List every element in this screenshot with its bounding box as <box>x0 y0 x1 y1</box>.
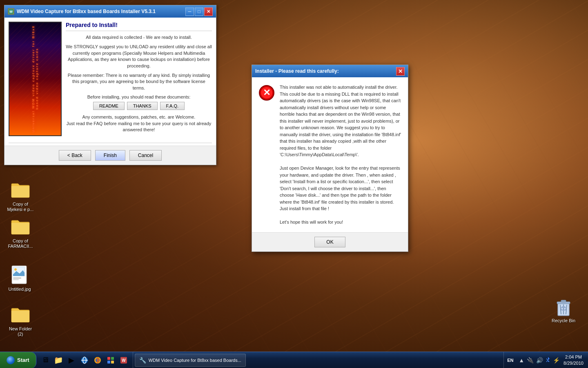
folder-icon <box>11 180 30 200</box>
start-orb <box>7 356 15 364</box>
quick-launch-ie[interactable] <box>79 355 90 366</box>
quick-launch-media[interactable]: ▶ <box>66 355 77 366</box>
taskbar-installer-item[interactable]: 🔧 WDM Video Capture for Bt8xx based Boar… <box>135 354 246 367</box>
svg-point-2 <box>14 268 17 271</box>
svg-rect-3 <box>13 278 21 278</box>
installer-docs-label: Before installing, you should read these… <box>66 94 212 99</box>
alert-message-p3: Let's hope this will work for you! <box>280 220 343 224</box>
installer-para2: We STRONGLY suggest you to UNLOAD any re… <box>66 44 212 69</box>
svg-rect-21 <box>111 361 114 364</box>
error-icon: ✕ <box>258 85 275 101</box>
tray-lang: EN <box>507 358 516 363</box>
icon-label: Copy of Mjekesi e p... <box>7 201 35 213</box>
taskbar: Start 🖥 📁 ▶ W 🔧 WDM Video Capture for Bt… <box>0 352 588 368</box>
installer-image: Universal WDM video capture driver for B… <box>9 22 62 136</box>
tray-date: 8/29/2010 <box>562 360 585 366</box>
svg-line-25 <box>546 360 548 362</box>
icon-label: Untitled.jpg <box>7 286 31 292</box>
alert-dialog: Installer - Please read this carefully: … <box>252 65 408 252</box>
installer-para1: All data required is collected - We are … <box>66 34 212 40</box>
alert-message: This installer was not able to automatic… <box>280 84 401 226</box>
svg-rect-4 <box>13 279 19 280</box>
installer-content: Universal WDM video capture driver for B… <box>4 18 216 140</box>
alert-footer: OK <box>252 232 408 251</box>
alert-close-button[interactable]: ✕ <box>396 67 405 76</box>
installer-body: Universal WDM video capture driver for B… <box>4 18 216 165</box>
installer-separator <box>9 143 212 143</box>
quick-launch-firefox[interactable] <box>92 355 103 366</box>
taskbar-item-label: WDM Video Capture for Bt8xx based Boards… <box>149 358 241 363</box>
svg-text:✕: ✕ <box>263 88 270 98</box>
icon-label: New Folder (2) <box>8 326 33 337</box>
svg-rect-18 <box>107 357 110 360</box>
folder-icon <box>11 217 30 236</box>
tray-clock: 2:04 PM <box>562 354 585 360</box>
icon-label: Copy of FARMACII... <box>7 238 33 249</box>
alert-message-p1: This installer was not able to automatic… <box>280 85 401 157</box>
desktop-icon-copy-farmacii[interactable]: Copy of FARMACII... <box>4 217 37 249</box>
readme-button[interactable]: README <box>93 102 125 110</box>
installer-window: W WDM Video Capture for Bt8xx based Boar… <box>4 5 216 165</box>
back-button[interactable]: < Back <box>59 150 91 161</box>
quick-launch-app1[interactable] <box>105 355 116 366</box>
cancel-button[interactable]: Cancel <box>129 150 162 161</box>
alert-message-p2: Just open Device Manager, look for the e… <box>280 166 400 211</box>
maximize-button[interactable]: □ <box>195 7 203 16</box>
tray-time[interactable]: 2:04 PM 8/29/2010 <box>562 354 585 366</box>
start-button[interactable]: Start <box>0 352 36 368</box>
tray-power-icon[interactable]: ⚡ <box>553 357 560 364</box>
tray-speaker-icon[interactable]: 🔊 <box>536 357 543 364</box>
alert-title-text: Installer - Please read this carefully: <box>255 68 396 74</box>
installer-footer-text: Any comments, suggestions, patches, etc.… <box>66 114 212 133</box>
quick-launch-bar: 🖥 📁 ▶ W <box>36 352 133 368</box>
svg-rect-20 <box>107 361 110 364</box>
tray-network-icon[interactable]: 🔌 <box>527 357 534 364</box>
finish-button[interactable]: Finish <box>95 150 125 161</box>
taskbar-item-icon: 🔧 <box>139 357 146 364</box>
faq-button[interactable]: F.A.Q. <box>160 102 185 110</box>
desktop: Copy of Mjekesi e p... Copy of FARMACII.… <box>0 0 588 352</box>
folder-icon <box>11 305 30 324</box>
desktop-icon-new-folder[interactable]: New Folder (2) <box>4 305 37 337</box>
image-file-icon <box>10 265 29 285</box>
alert-body: ✕ This installer was not able to automat… <box>252 77 408 232</box>
close-button[interactable]: ✕ <box>204 7 213 16</box>
installer-heading: Prepared to Install! <box>66 22 212 31</box>
quick-launch-app2[interactable]: W <box>118 355 129 366</box>
taskbar-items: 🔧 WDM Video Capture for Bt8xx based Boar… <box>133 352 504 368</box>
svg-line-24 <box>546 359 548 360</box>
system-tray: EN ▲ 🔌 🔊 ⚡ 2:04 PM 8/29/2010 <box>503 352 588 368</box>
svg-text:W: W <box>122 358 126 363</box>
desktop-icon-copy-mjekesi[interactable]: Copy of Mjekesi e p... <box>4 180 37 213</box>
recycle-bin-svg <box>554 297 573 316</box>
installer-titlebar[interactable]: W WDM Video Capture for Bt8xx based Boar… <box>4 5 216 18</box>
tray-bluetooth-icon[interactable] <box>546 356 550 364</box>
thanks-button[interactable]: THANKS <box>127 102 158 110</box>
installer-doc-buttons: README THANKS F.A.Q. <box>66 102 212 110</box>
installer-title-text: WDM Video Capture for Bt8xx based Boards… <box>17 9 185 14</box>
quick-launch-desktop[interactable]: 🖥 <box>40 355 51 366</box>
recycle-bin-label: Recycle Bin <box>552 318 575 323</box>
alert-titlebar[interactable]: Installer - Please read this carefully: … <box>252 65 408 77</box>
installer-title-icon: W <box>8 8 14 15</box>
svg-text:W: W <box>9 10 13 13</box>
desktop-icon-untitled-jpg[interactable]: Untitled.jpg <box>3 265 36 292</box>
recycle-bin-icon[interactable]: Recycle Bin <box>547 297 580 323</box>
window-controls: ─ □ ✕ <box>185 7 213 16</box>
minimize-button[interactable]: ─ <box>185 7 194 16</box>
start-label: Start <box>17 357 29 363</box>
installer-image-text: Universal WDM video capture driver for B… <box>31 22 39 135</box>
tray-arrow-up[interactable]: ▲ <box>519 357 524 364</box>
installer-para3: Please remember: There is no warranty of… <box>66 72 212 91</box>
svg-rect-19 <box>111 357 114 360</box>
installer-actions: < Back Finish Cancel <box>4 146 216 165</box>
ok-button[interactable]: OK <box>314 237 345 247</box>
quick-launch-explorer[interactable]: 📁 <box>53 355 64 366</box>
svg-rect-7 <box>561 300 566 302</box>
installer-text-area: Prepared to Install! All data required i… <box>66 22 212 136</box>
